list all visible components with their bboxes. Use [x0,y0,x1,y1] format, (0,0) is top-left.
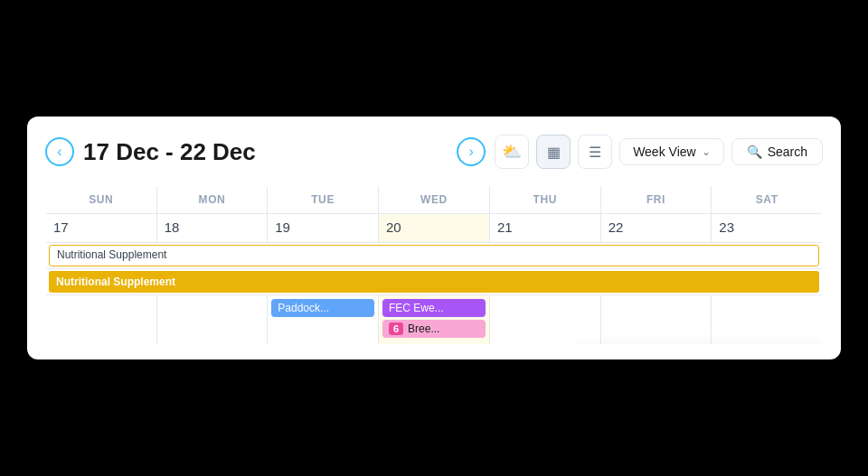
nutritional-supplement-filled[interactable]: Nutritional Supplement [49,271,819,293]
all-day-outline-row: Nutritional Supplement [46,243,823,269]
events-thu [490,295,601,345]
day-18: 18 [156,214,268,243]
week-view-select[interactable]: Week View ⌄ [619,138,724,165]
day-num-23: 23 [715,218,818,238]
events-row: Paddock... FEC Ewe... 6 Bree... [46,295,823,345]
nutritional-supplement-outline-label: Nutritional Supplement [50,248,174,261]
calendar-icon: ▦ [547,144,561,161]
prev-icon: ‹ [57,144,61,160]
day-17: 17 [46,214,157,243]
fec-event[interactable]: FEC Ewe... [382,299,486,317]
calendar-view-button[interactable]: ▦ [536,135,571,169]
search-label: Search [768,145,807,159]
date-range: 17 Dec - 22 Dec [83,138,448,166]
header-wed: WED [378,186,489,214]
list-view-button[interactable]: ☰ [578,135,612,169]
day-num-19: 19 [271,218,374,238]
header-thu: THU [490,186,601,214]
calendar-card: ‹ 17 Dec - 22 Dec › ⛅ ▦ ☰ Week View ⌄ 🔍 … [27,117,841,359]
all-day-filled-row: Nutritional Supplement [46,269,823,295]
day-headers-row: SUN MON TUE WED THU FRI SAT [46,186,823,214]
breed-label: Bree... [408,322,439,335]
day-22: 22 [600,214,712,243]
next-icon: › [468,144,473,160]
calendar-grid: SUN MON TUE WED THU FRI SAT 17 18 [45,185,823,345]
cloud-icon: ⛅ [502,142,522,162]
next-week-button[interactable]: › [457,137,486,166]
chevron-down-icon: ⌄ [702,145,711,158]
day-20: 20 [378,214,489,243]
events-sat: Class breeding ewes Merinos / Breeding E… [712,295,823,345]
day-num-18: 18 [161,218,264,238]
cloud-view-button[interactable]: ⛅ [495,135,529,169]
day-num-21: 21 [494,218,597,238]
prev-week-button[interactable]: ‹ [45,137,74,166]
breed-event[interactable]: 6 Bree... [382,320,486,338]
events-wed: FEC Ewe... 6 Bree... [378,295,489,345]
day-num-17: 17 [50,218,153,238]
header-tue: TUE [268,186,379,214]
date-numbers-row: 17 18 19 20 21 22 [46,214,823,243]
events-mon [156,295,268,345]
header-sat: SAT [712,186,823,214]
nutritional-supplement-filled-label: Nutritional Supplement [56,275,175,288]
day-19: 19 [268,214,379,243]
day-23: 23 [712,214,823,243]
day-num-20: 20 [382,218,486,238]
nutritional-supplement-outline[interactable]: Nutritional Supplement [49,245,819,266]
events-sun [46,295,157,345]
events-fri [600,295,712,345]
calendar-header: ‹ 17 Dec - 22 Dec › ⛅ ▦ ☰ Week View ⌄ 🔍 … [45,135,823,169]
header-fri: FRI [600,186,712,214]
day-num-22: 22 [605,218,708,238]
header-mon: MON [156,186,268,214]
paddock-event[interactable]: Paddock... [271,299,374,317]
breed-badge: 6 [389,322,403,335]
search-button[interactable]: 🔍 Search [731,138,823,165]
search-icon: 🔍 [747,145,762,159]
week-view-label: Week View [633,145,696,159]
events-tue: Paddock... [268,295,379,345]
list-icon: ☰ [589,144,601,161]
day-21: 21 [490,214,601,243]
header-actions: ⛅ ▦ ☰ Week View ⌄ 🔍 Search [495,135,823,169]
header-sun: SUN [46,186,157,214]
